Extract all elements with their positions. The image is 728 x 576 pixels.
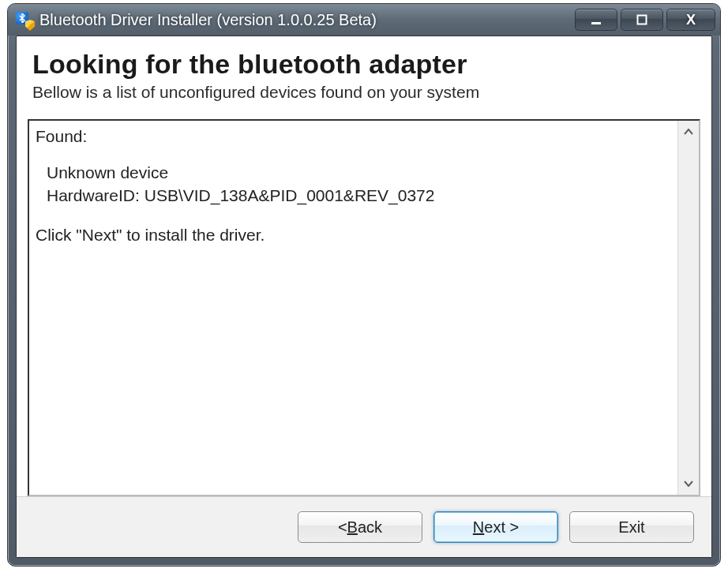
hardware-id-line: HardwareID: USB\VID_138A&PID_0001&REV_03… xyxy=(36,185,671,207)
next-button[interactable]: Next > xyxy=(433,511,558,543)
page-header: Looking for the bluetooth adapter Bellow… xyxy=(17,36,711,119)
svg-rect-0 xyxy=(591,22,601,24)
back-suffix: ack xyxy=(358,518,382,537)
close-button[interactable]: X xyxy=(666,9,715,31)
uac-shield-icon xyxy=(25,20,35,31)
exit-label: Exit xyxy=(618,518,644,537)
installer-window: Bluetooth Driver Installer (version 1.0.… xyxy=(7,3,721,567)
hardware-id-value: USB\VID_138A&PID_0001&REV_0372 xyxy=(144,186,435,204)
scroll-down-arrow-icon[interactable] xyxy=(678,473,699,495)
next-mnemonic: N xyxy=(473,518,484,537)
found-label: Found: xyxy=(36,125,671,148)
maximize-button[interactable] xyxy=(621,9,663,31)
window-title: Bluetooth Driver Installer (version 1.0.… xyxy=(39,11,575,29)
wizard-footer: < Back Next > Exit xyxy=(17,496,711,557)
svg-rect-1 xyxy=(638,16,647,24)
device-name: Unknown device xyxy=(36,162,671,184)
back-prefix: < xyxy=(338,518,347,537)
next-suffix: ext > xyxy=(484,518,519,537)
exit-button[interactable]: Exit xyxy=(569,511,694,543)
minimize-button[interactable] xyxy=(575,9,617,31)
instruction-text: Click "Next" to install the driver. xyxy=(36,224,671,246)
titlebar: Bluetooth Driver Installer (version 1.0.… xyxy=(8,4,720,36)
back-button[interactable]: < Back xyxy=(298,511,422,543)
scrollbar[interactable] xyxy=(677,121,699,495)
page-heading: Looking for the bluetooth adapter xyxy=(32,49,696,80)
app-icon xyxy=(16,12,32,28)
hardware-id-label: HardwareID: xyxy=(47,186,140,204)
close-icon: X xyxy=(686,13,696,27)
page-subheading: Bellow is a list of unconfigured devices… xyxy=(32,83,696,102)
client-area: Looking for the bluetooth adapter Bellow… xyxy=(16,36,712,558)
device-list-content: Found: Unknown device HardwareID: USB\VI… xyxy=(29,121,677,495)
scroll-up-arrow-icon[interactable] xyxy=(678,121,699,143)
window-controls: X xyxy=(575,9,715,31)
device-list-box: Found: Unknown device HardwareID: USB\VI… xyxy=(28,119,700,496)
back-mnemonic: B xyxy=(347,518,358,537)
content-frame-wrap: Found: Unknown device HardwareID: USB\VI… xyxy=(17,119,711,496)
